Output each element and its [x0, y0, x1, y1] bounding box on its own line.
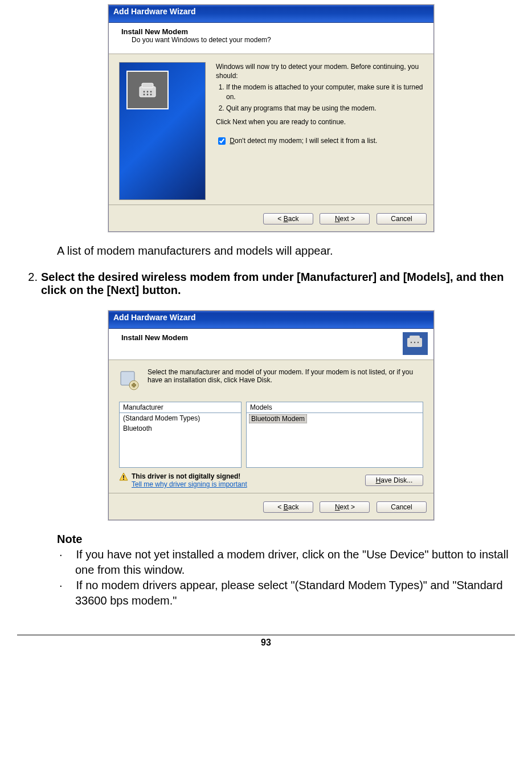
manufacturer-item[interactable]: (Standard Modem Types)	[120, 413, 241, 423]
wizard-header-title: Install New Modem	[121, 333, 425, 342]
intro-text: Windows will now try to detect your mode…	[216, 62, 423, 80]
models-header: Models	[246, 402, 423, 413]
wizard-dialog-2: Add Hardware Wizard Install New Modem Se	[108, 311, 434, 520]
step-2: 2. Select the desired wireless modem fro…	[17, 271, 515, 297]
manufacturer-list[interactable]: (Standard Modem Types) Bluetooth	[119, 413, 242, 468]
wizard-header-subtitle: Do you want Windows to detect your modem…	[132, 36, 425, 44]
instruction-text: Select the manufacturer and model of you…	[148, 368, 423, 384]
manufacturer-header: Manufacturer	[119, 402, 242, 413]
next-button[interactable]: Next >	[320, 213, 370, 224]
wizard-body-text: Windows will now try to detect your mode…	[216, 62, 423, 200]
svg-point-7	[150, 94, 152, 96]
note-block: Note · If you have not yet installed a m…	[57, 532, 515, 609]
wizard-side-graphic	[119, 62, 206, 200]
note-title: Note	[57, 532, 515, 547]
signing-link[interactable]: Tell me why driver signing is important	[132, 480, 247, 488]
back-button[interactable]: < Back	[263, 501, 313, 513]
button-row: < Back Next > Cancel	[109, 205, 433, 231]
svg-point-12	[414, 342, 415, 343]
svg-point-2	[144, 91, 145, 93]
have-disk-button[interactable]: Have Disk...	[365, 475, 423, 486]
model-item-selected[interactable]: Bluetooth Modem	[249, 414, 307, 423]
button-row: < Back Next > Cancel	[109, 493, 433, 520]
modem-icon	[126, 71, 169, 109]
back-button[interactable]: < Back	[263, 213, 313, 224]
wizard-header-title: Install New Modem	[121, 27, 425, 36]
signing-warning: This driver is not digitally signed!	[132, 472, 247, 480]
svg-rect-17	[132, 384, 136, 386]
wizard-header: Install New Modem Do you want Windows to…	[109, 23, 433, 54]
step-number: 2.	[17, 271, 38, 297]
modem-header-icon	[403, 332, 428, 355]
prep-step-2: Quit any programs that may be using the …	[226, 104, 423, 113]
wizard-dialog-1: Add Hardware Wizard Install New Modem Do…	[108, 5, 434, 232]
svg-point-4	[150, 91, 152, 93]
doc-paragraph: A list of modem manufacturers and models…	[57, 243, 515, 258]
svg-point-3	[147, 91, 149, 93]
svg-point-5	[144, 94, 145, 96]
svg-rect-19	[123, 475, 124, 478]
continue-text: Click Next when you are ready to continu…	[216, 117, 423, 126]
manufacturer-item[interactable]: Bluetooth	[120, 423, 241, 434]
dont-detect-checkbox[interactable]	[218, 137, 226, 145]
note-item: · If you have not yet installed a modem …	[67, 547, 515, 578]
svg-rect-10	[410, 336, 420, 339]
dont-detect-label[interactable]: Don't detect my modem; I will select it …	[230, 137, 377, 145]
warning-icon	[119, 472, 128, 483]
models-list[interactable]: Bluetooth Modem	[246, 413, 423, 468]
note-item: · If no modem drivers appear, please sel…	[67, 578, 515, 609]
svg-rect-1	[142, 83, 153, 88]
cancel-button[interactable]: Cancel	[377, 501, 427, 513]
svg-rect-20	[123, 479, 124, 480]
titlebar: Add Hardware Wizard	[109, 311, 433, 329]
svg-point-6	[147, 94, 149, 96]
svg-point-13	[418, 342, 419, 343]
svg-point-11	[411, 342, 412, 343]
cancel-button[interactable]: Cancel	[377, 213, 427, 224]
wizard-header: Install New Modem	[109, 329, 433, 360]
titlebar: Add Hardware Wizard	[109, 5, 433, 23]
device-icon	[119, 368, 142, 393]
prep-step-1: If the modem is attached to your compute…	[226, 83, 423, 101]
next-button[interactable]: Next >	[320, 501, 370, 513]
page-number: 93	[17, 635, 515, 648]
step-instruction: Select the desired wireless modem from u…	[41, 271, 515, 297]
